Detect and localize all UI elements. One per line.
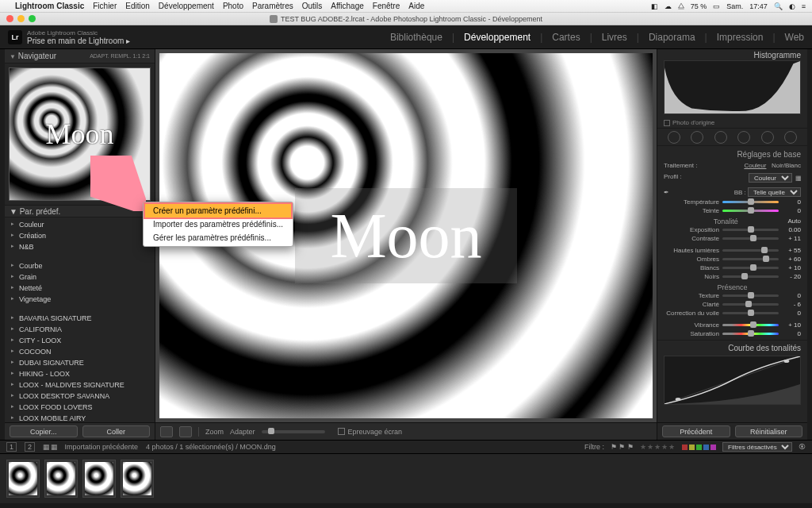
- basic-title[interactable]: Réglages de base: [664, 148, 801, 161]
- copy-button[interactable]: Copier...: [10, 425, 78, 437]
- slider-correction-du-voile[interactable]: Correction du voile0: [664, 309, 801, 318]
- slider-texture[interactable]: Texture0: [664, 291, 801, 300]
- brush-tool-icon[interactable]: [784, 131, 797, 144]
- preset-folder[interactable]: COCOON: [5, 346, 155, 357]
- menu-tools[interactable]: Outils: [302, 2, 323, 10]
- wb-select[interactable]: Telle quelle: [748, 187, 801, 197]
- module-cartes[interactable]: Cartes: [552, 32, 580, 43]
- ctx-item-0[interactable]: Créer un paramètre prédéfini...: [144, 202, 293, 219]
- histogram-graph[interactable]: [664, 60, 801, 114]
- siri-icon[interactable]: ◐: [789, 2, 795, 10]
- minimize-icon[interactable]: [17, 15, 25, 22]
- filmstrip-thumb[interactable]: [44, 460, 78, 498]
- module-web[interactable]: Web: [785, 32, 804, 43]
- menu-photo[interactable]: Photo: [223, 2, 243, 10]
- filmstrip[interactable]: [0, 454, 812, 503]
- previous-button[interactable]: Précédent: [662, 425, 730, 437]
- paste-button[interactable]: Coller: [82, 425, 151, 437]
- menu-develop[interactable]: Développement: [159, 2, 214, 10]
- softproof-check[interactable]: Epreuvage écran: [338, 428, 403, 436]
- gradient-tool-icon[interactable]: [737, 131, 750, 144]
- slider-température[interactable]: Température0: [664, 198, 801, 206]
- slider-vibrance[interactable]: Vibrance+ 10: [664, 321, 801, 329]
- loupe-view-icon[interactable]: [160, 426, 173, 437]
- profile-select[interactable]: Couleur: [749, 173, 792, 183]
- preset-folder[interactable]: Courbe: [5, 260, 155, 271]
- profile-grid-icon[interactable]: ▦: [795, 175, 801, 182]
- flag-filter-icon[interactable]: ⚑ ⚑ ⚑: [611, 443, 634, 451]
- filters-off-select[interactable]: Filtres désactivés: [722, 442, 792, 452]
- preset-folder[interactable]: LOOX DESKTOP SAVANNA: [5, 391, 155, 402]
- menu-settings[interactable]: Paramètres: [252, 2, 293, 10]
- treatment-bw[interactable]: Noir/Blanc: [772, 162, 801, 169]
- preset-folder[interactable]: CALIFORNIA: [5, 324, 155, 335]
- menu-help[interactable]: Aide: [408, 2, 424, 10]
- close-icon[interactable]: [6, 15, 13, 22]
- preset-folder[interactable]: Vignetage: [5, 294, 155, 305]
- getstarted-link[interactable]: Prise en main de Lightroom ▸: [27, 37, 130, 45]
- module-bibliothèque[interactable]: Bibliothèque: [390, 32, 442, 43]
- tone-curve-title[interactable]: Courbe des tonalités: [664, 344, 801, 352]
- nav-first-icon[interactable]: 1: [6, 442, 17, 452]
- rating-filter[interactable]: ★★★★★: [640, 443, 676, 451]
- slider-contraste[interactable]: Contraste+ 11: [664, 234, 801, 243]
- slider-hautes-lumières[interactable]: Hautes lumières+ 55: [664, 246, 801, 255]
- traffic-lights[interactable]: [6, 15, 36, 22]
- preset-folder[interactable]: LOOX - MALDIVES SIGNATURE: [5, 379, 155, 391]
- preset-folder[interactable]: HIKING - LOOX: [5, 368, 155, 379]
- wifi-icon[interactable]: ⧋: [678, 2, 684, 10]
- preset-folder[interactable]: LOOX MOBILE AIRY: [5, 413, 155, 422]
- preset-folder[interactable]: Création: [5, 230, 155, 241]
- preset-folder[interactable]: BAVARIA SIGNATURE: [5, 313, 155, 324]
- cloud-icon[interactable]: ☁: [665, 2, 672, 10]
- slider-teinte[interactable]: Teinte0: [664, 206, 801, 215]
- preset-folder[interactable]: Couleur: [5, 219, 155, 230]
- slider-noirs[interactable]: Noirs- 20: [664, 272, 801, 281]
- auto-button[interactable]: Auto: [788, 217, 801, 225]
- module-développement[interactable]: Développement: [464, 32, 530, 43]
- filmstrip-thumb[interactable]: [6, 460, 40, 498]
- preset-folder[interactable]: N&B: [5, 241, 155, 252]
- menu-file[interactable]: Fichier: [93, 2, 117, 10]
- status-icon[interactable]: ◧: [651, 2, 658, 10]
- before-after-icon[interactable]: [179, 426, 192, 437]
- slider-ombres[interactable]: Ombres+ 60: [664, 255, 801, 264]
- eyedropper-icon[interactable]: ✒: [664, 189, 669, 196]
- color-filter[interactable]: [682, 444, 716, 450]
- filmstrip-thumb[interactable]: [82, 460, 116, 498]
- reset-button[interactable]: Réinitialiser: [735, 425, 803, 437]
- grid-view-icon[interactable]: ▦ ▦: [43, 443, 57, 451]
- module-impression[interactable]: Impression: [717, 32, 764, 43]
- preset-folder[interactable]: Netteté: [5, 283, 155, 294]
- filmstrip-thumb[interactable]: [121, 460, 154, 498]
- treatment-color[interactable]: Couleur: [744, 162, 766, 169]
- slider-blancs[interactable]: Blancs+ 10: [664, 264, 801, 272]
- preset-folder[interactable]: CITY - LOOX: [5, 335, 155, 346]
- filter-lock-icon[interactable]: ⦿: [799, 443, 806, 451]
- preset-folder[interactable]: DUBAI SIGNATURE: [5, 357, 155, 368]
- zoom-slider-thumb[interactable]: [268, 428, 274, 434]
- spot-tool-icon[interactable]: [691, 131, 703, 144]
- radial-tool-icon[interactable]: [761, 131, 774, 144]
- menu-view[interactable]: Affichage: [331, 2, 364, 10]
- slider-saturation[interactable]: Saturation0: [664, 329, 801, 338]
- navigator-modes[interactable]: ADAPT. REMPL. 1:1 2:1: [90, 53, 150, 59]
- zoom-icon[interactable]: [29, 15, 36, 22]
- preset-folder[interactable]: LOOX FOOD LOVERS: [5, 402, 155, 413]
- slider-exposition[interactable]: Exposition0.00: [664, 225, 801, 234]
- navigator-header[interactable]: ▼ Navigateur ADAPT. REMPL. 1:1 2:1: [5, 49, 155, 64]
- slider-clarté[interactable]: Clarté- 6: [664, 300, 801, 309]
- presets-header[interactable]: ▼ Par. prédef. +: [5, 205, 155, 217]
- photo-origin-row[interactable]: Photo d'origine: [657, 117, 807, 129]
- tone-curve-graph[interactable]: [664, 356, 801, 405]
- nav-second-icon[interactable]: 2: [25, 442, 35, 452]
- preset-folder[interactable]: Grain: [5, 271, 155, 283]
- adapter-label[interactable]: Adapter: [230, 428, 255, 436]
- menu-window[interactable]: Fenêtre: [373, 2, 400, 10]
- search-icon[interactable]: 🔍: [774, 2, 783, 10]
- import-label[interactable]: Importation précédente: [65, 443, 139, 451]
- notif-icon[interactable]: ≡: [802, 2, 806, 10]
- redeye-tool-icon[interactable]: [714, 131, 727, 144]
- ctx-item-2[interactable]: Gérer les paramètres prédéfinis...: [144, 231, 293, 244]
- right-edge[interactable]: [807, 49, 812, 440]
